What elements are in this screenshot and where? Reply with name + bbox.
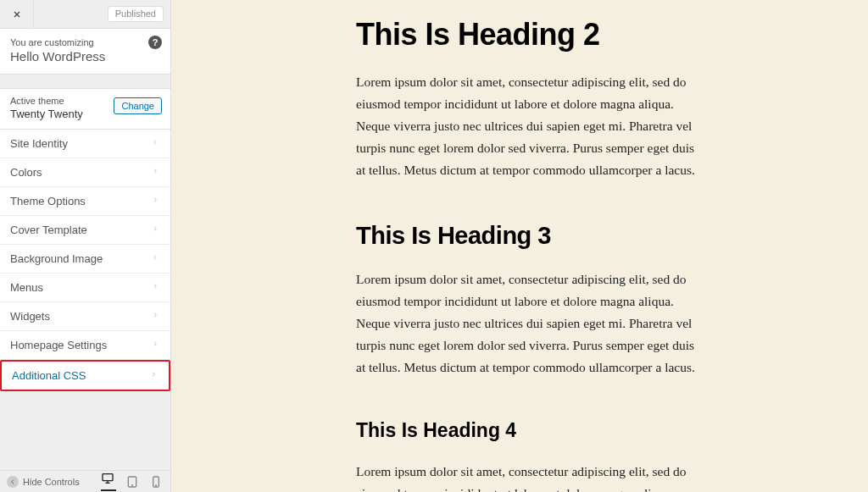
mobile-icon (149, 475, 163, 489)
section-item-label: Additional CSS (12, 369, 86, 382)
desktop-icon (101, 472, 114, 485)
chevron-right-icon (152, 252, 159, 265)
customizing-label: You are customizing (10, 37, 160, 47)
chevron-right-icon (152, 281, 159, 294)
chevron-right-icon (152, 166, 159, 179)
section-item[interactable]: Background Image (0, 245, 170, 274)
section-item[interactable]: Theme Options (0, 187, 170, 216)
sidebar-footer: Hide Controls (0, 470, 170, 492)
help-button[interactable]: ? (148, 36, 162, 49)
paragraph: Lorem ipsum dolor sit amet, consectetur … (356, 461, 695, 492)
device-tablet-button[interactable] (125, 472, 140, 491)
section-item-label: Homepage Settings (10, 339, 107, 351)
section-item-label: Widgets (10, 310, 50, 323)
close-button[interactable] (0, 0, 34, 29)
active-theme-block: Active theme Twenty Twenty Change (0, 88, 170, 130)
device-mobile-button[interactable] (148, 472, 164, 491)
hide-controls-label: Hide Controls (23, 477, 80, 487)
close-icon (12, 9, 22, 19)
tablet-icon (125, 475, 139, 489)
section-item[interactable]: Additional CSS (0, 360, 170, 391)
heading-2: This Is Heading 2 (356, 17, 831, 53)
collapse-icon (7, 476, 19, 488)
section-item[interactable]: Menus (0, 274, 170, 302)
heading-3: This Is Heading 3 (356, 222, 831, 250)
change-theme-button[interactable]: Change (114, 97, 162, 114)
publish-button[interactable]: Published (108, 6, 164, 22)
sidebar-topbar: Published (0, 0, 170, 29)
hide-controls-button[interactable]: Hide Controls (7, 476, 80, 488)
page-content: This Is Heading 2 Lorem ipsum dolor sit … (356, 17, 831, 492)
section-item[interactable]: Widgets (0, 302, 170, 331)
chevron-right-icon (152, 137, 159, 150)
chevron-right-icon (152, 310, 159, 323)
chevron-right-icon (150, 369, 157, 382)
customizing-info: You are customizing Hello WordPress ? (0, 29, 170, 75)
chevron-right-icon (152, 195, 159, 207)
section-item[interactable]: Homepage Settings (0, 331, 170, 360)
heading-4: This Is Heading 4 (356, 419, 831, 442)
customizer-sidebar: Published You are customizing Hello Word… (0, 0, 171, 492)
preview-pane[interactable]: This Is Heading 2 Lorem ipsum dolor sit … (171, 0, 868, 492)
paragraph: Lorem ipsum dolor sit amet, consectetur … (356, 268, 695, 379)
chevron-right-icon (152, 224, 159, 236)
section-item-label: Background Image (10, 252, 103, 265)
svg-point-4 (156, 484, 157, 485)
device-desktop-button[interactable] (101, 472, 116, 491)
section-item[interactable]: Colors (0, 158, 170, 187)
spacer (0, 75, 170, 88)
section-item-label: Colors (10, 166, 42, 179)
section-item-label: Cover Template (10, 224, 87, 236)
section-item-label: Theme Options (10, 195, 86, 207)
svg-rect-0 (103, 474, 113, 481)
chevron-right-icon (152, 339, 159, 351)
section-item[interactable]: Site Identity (0, 130, 170, 158)
sections-list: Site IdentityColorsTheme OptionsCover Te… (0, 130, 170, 391)
svg-point-2 (132, 484, 133, 485)
section-item[interactable]: Cover Template (0, 216, 170, 245)
site-title: Hello WordPress (10, 49, 160, 64)
section-item-label: Menus (10, 281, 43, 294)
device-preview-buttons (101, 472, 164, 491)
paragraph: Lorem ipsum dolor sit amet, consectetur … (356, 71, 695, 181)
section-item-label: Site Identity (10, 137, 68, 150)
spacer-fill (0, 391, 170, 470)
